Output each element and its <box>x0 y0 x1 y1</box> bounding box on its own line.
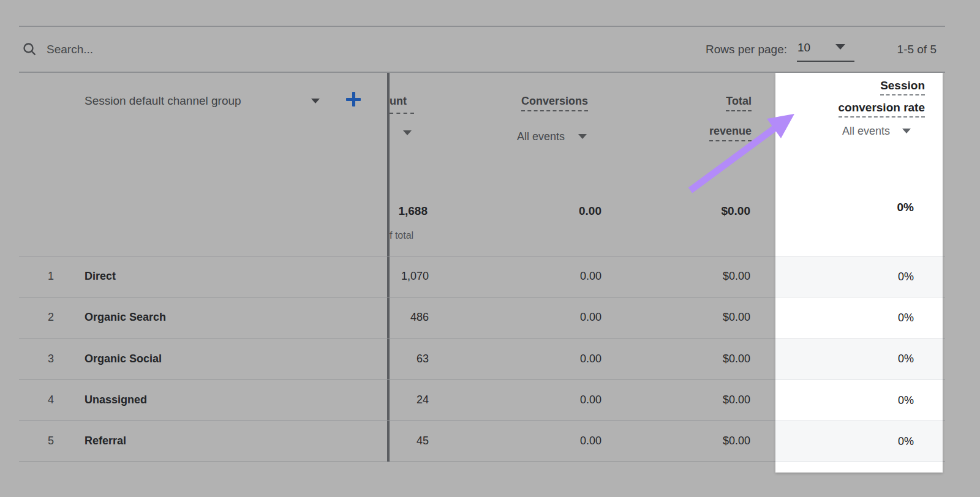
search-input[interactable]: Search... <box>47 43 93 56</box>
dimension-chevron-down-icon[interactable] <box>311 99 320 103</box>
pagination-range: 1-5 of 5 <box>897 43 937 56</box>
totals-revenue: $0.00 <box>721 204 750 218</box>
table-row: 2 Organic Search 486 0.00 $0.00 0% <box>19 297 945 338</box>
count-value: 24 <box>417 379 429 420</box>
rows-per-page-underline <box>797 61 854 62</box>
conversions-value: 0.00 <box>580 256 601 297</box>
ga4-table-screenshot: Search... Rows per page: 10 1-5 of 5 Ses… <box>0 0 980 497</box>
rows-per-page-select[interactable]: 10 <box>797 42 810 54</box>
revenue-value: $0.00 <box>723 338 750 379</box>
scr-chevron-down-icon[interactable] <box>902 129 911 133</box>
clipped-metric-chevron-down-icon[interactable] <box>403 130 412 135</box>
table-bottom-border-highlight <box>775 461 943 462</box>
total-revenue-header[interactable]: Total revenue <box>709 95 752 155</box>
scr-event-label[interactable]: All events <box>842 125 890 137</box>
table-row: 5 Referral 45 0.00 $0.00 0% <box>19 420 945 461</box>
channel-name: Organic Social <box>85 338 162 379</box>
total-revenue-label-line1[interactable]: Total <box>726 95 752 111</box>
conversions-chevron-down-icon[interactable] <box>578 134 587 139</box>
add-dimension-plus-icon[interactable] <box>346 92 361 106</box>
revenue-value: $0.00 <box>723 256 750 297</box>
dimension-header[interactable]: Session default channel group <box>85 94 241 108</box>
count-value: 63 <box>417 338 429 379</box>
toolbar-top-divider <box>19 26 945 27</box>
totals-count-caption: f total <box>390 230 413 241</box>
row-index: 5 <box>48 420 54 461</box>
conversions-header[interactable]: Conversions <box>521 95 588 107</box>
row-index: 2 <box>48 297 54 338</box>
totals-conversions: 0.00 <box>579 204 601 218</box>
table-row: 1 Direct 1,070 0.00 $0.00 0% <box>19 256 945 297</box>
scr-event-selector[interactable]: All events <box>842 125 911 137</box>
clipped-metric-header[interactable]: unt <box>390 95 407 107</box>
count-value: 1,070 <box>401 256 429 297</box>
channel-name: Organic Search <box>85 297 166 338</box>
scr-label-line2[interactable]: conversion rate <box>839 102 925 118</box>
conversions-value: 0.00 <box>580 379 601 420</box>
totals-session-conversion-rate: 0% <box>897 201 914 214</box>
conversions-value: 0.00 <box>580 338 601 379</box>
clipped-metric-dashed-underline <box>390 113 414 114</box>
conversions-value: 0.00 <box>580 297 601 338</box>
rows-per-page-chevron-down-icon[interactable] <box>835 44 845 50</box>
session-conversion-rate-value: 0% <box>775 420 943 461</box>
table-bottom-border <box>19 461 775 462</box>
channel-name: Direct <box>85 256 116 297</box>
scr-label-line1[interactable]: Session <box>880 80 925 95</box>
session-conversion-rate-value: 0% <box>775 297 943 338</box>
count-value: 486 <box>410 297 429 338</box>
channel-name: Unassigned <box>85 379 147 420</box>
table-bottom-border-sliver <box>943 461 945 462</box>
totals-count: 1,688 <box>398 204 428 218</box>
session-conversion-rate-value: 0% <box>775 338 943 379</box>
revenue-value: $0.00 <box>723 379 750 420</box>
total-revenue-label-line2[interactable]: revenue <box>709 125 752 141</box>
session-conversion-rate-header[interactable]: Session conversion rate All events <box>839 80 925 137</box>
revenue-value: $0.00 <box>723 420 750 461</box>
search-icon <box>22 42 38 58</box>
conversions-value: 0.00 <box>580 420 601 461</box>
table-row: 3 Organic Social 63 0.00 $0.00 0% <box>19 338 945 379</box>
count-value: 45 <box>417 420 429 461</box>
row-index: 1 <box>48 256 54 297</box>
revenue-value: $0.00 <box>723 297 750 338</box>
channel-name: Referral <box>85 420 126 461</box>
conversions-event-selector[interactable]: All events <box>517 130 587 143</box>
rows-per-page-label: Rows per page: <box>706 43 787 56</box>
row-index: 4 <box>48 379 54 420</box>
conversions-event-label[interactable]: All events <box>517 130 565 143</box>
conversions-header-label[interactable]: Conversions <box>521 95 588 111</box>
table-row: 4 Unassigned 24 0.00 $0.00 0% <box>19 379 945 420</box>
session-conversion-rate-value: 0% <box>775 256 943 297</box>
row-index: 3 <box>48 338 54 379</box>
session-conversion-rate-value: 0% <box>775 379 943 420</box>
